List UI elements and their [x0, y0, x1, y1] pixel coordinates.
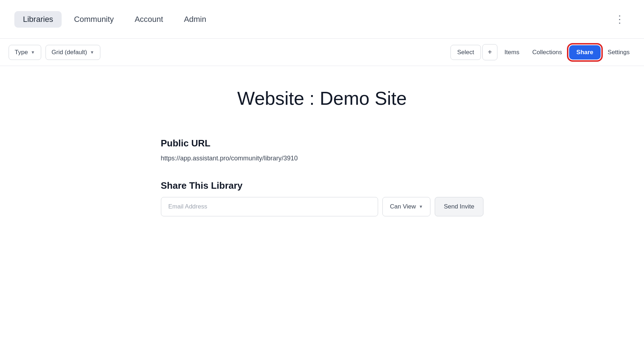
nav-item-admin[interactable]: Admin	[175, 11, 215, 28]
toolbar: Type ▼ Grid (default) ▼ Select + Items C…	[0, 39, 644, 66]
view-dropdown[interactable]: Grid (default) ▼	[46, 45, 100, 60]
permission-dropdown-arrow: ▼	[419, 204, 423, 209]
share-library-title: Share This Library	[161, 180, 483, 191]
collections-button[interactable]: Collections	[526, 45, 568, 60]
nav-item-community[interactable]: Community	[65, 11, 122, 28]
nav-item-account[interactable]: Account	[126, 11, 172, 28]
page-title: Website : Demo Site	[14, 88, 630, 109]
toolbar-right: Select + Items Collections Share Setting…	[450, 44, 635, 60]
permission-label: Can View	[390, 203, 416, 210]
main-content: Website : Demo Site Public URL https://a…	[0, 66, 644, 352]
more-menu-button[interactable]: ⋮	[610, 10, 630, 28]
public-url-title: Public URL	[161, 138, 483, 149]
email-input[interactable]	[161, 197, 378, 216]
view-label: Grid (default)	[52, 49, 87, 56]
type-dropdown-arrow: ▼	[31, 50, 35, 55]
share-button[interactable]: Share	[569, 45, 600, 60]
nav-items: Libraries Community Account Admin	[14, 11, 215, 28]
public-url-value[interactable]: https://app.assistant.pro/community/libr…	[161, 155, 483, 162]
type-label: Type	[15, 49, 28, 56]
toolbar-left: Type ▼ Grid (default) ▼	[9, 45, 100, 60]
share-library-section: Share This Library Can View ▼ Send Invit…	[161, 180, 483, 216]
nav-item-libraries[interactable]: Libraries	[14, 11, 62, 28]
send-invite-button[interactable]: Send Invite	[435, 197, 483, 216]
view-dropdown-arrow: ▼	[90, 50, 94, 55]
settings-button[interactable]: Settings	[602, 45, 635, 60]
items-button[interactable]: Items	[499, 45, 525, 60]
public-url-section: Public URL https://app.assistant.pro/com…	[161, 138, 483, 162]
permission-dropdown[interactable]: Can View ▼	[382, 197, 430, 216]
top-nav: Libraries Community Account Admin ⋮	[0, 0, 644, 39]
select-button[interactable]: Select	[450, 45, 481, 60]
share-form: Can View ▼ Send Invite	[161, 197, 483, 216]
add-button[interactable]: +	[482, 44, 497, 60]
type-dropdown[interactable]: Type ▼	[9, 45, 41, 60]
